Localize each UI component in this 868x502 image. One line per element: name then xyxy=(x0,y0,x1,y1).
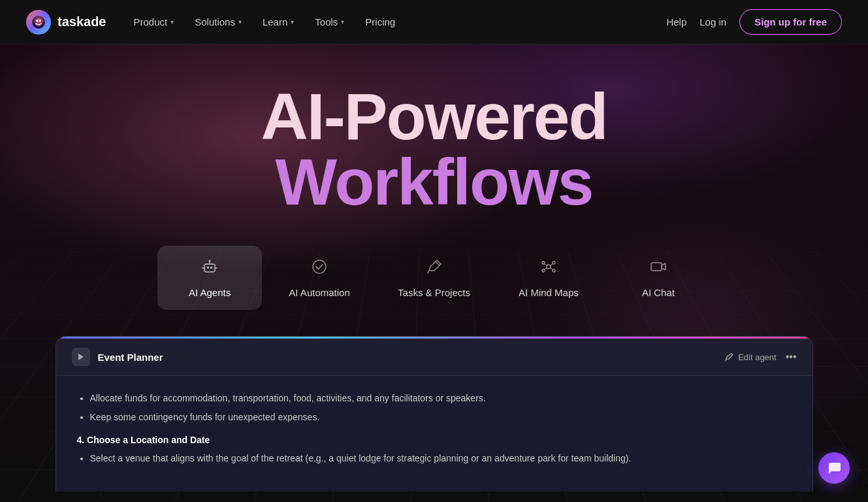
svg-line-21 xyxy=(550,268,553,270)
play-button[interactable] xyxy=(72,348,90,366)
preview-bullet-1: Allocate funds for accommodation, transp… xyxy=(90,392,792,405)
hero-content: AI-Powered Workflows AI Agents xyxy=(157,44,711,310)
svg-rect-22 xyxy=(651,263,662,271)
preview-section-heading: 4. Choose a Location and Date xyxy=(77,435,792,445)
svg-point-0 xyxy=(32,16,45,29)
nav-item-tools[interactable]: Tools ▾ xyxy=(306,11,353,33)
svg-point-15 xyxy=(553,261,555,264)
preview-title: Event Planner xyxy=(98,352,163,363)
svg-line-19 xyxy=(550,264,553,266)
preview-card: Event Planner Edit agent ••• Allocate fu… xyxy=(56,336,813,492)
robot-icon xyxy=(201,258,219,280)
tab-ai-chat[interactable]: AI Chat xyxy=(606,246,711,310)
mindmap-icon xyxy=(539,258,558,280)
tab-ai-chat-label: AI Chat xyxy=(642,287,675,298)
chevron-down-icon: ▾ xyxy=(341,18,344,25)
nav-left: taskade Product ▾ Solutions ▾ Learn ▾ To… xyxy=(26,10,404,35)
preview-content: Allocate funds for accommodation, transp… xyxy=(56,376,812,492)
tab-ai-automation[interactable]: AI Automation xyxy=(267,246,372,310)
logo-link[interactable]: taskade xyxy=(26,10,106,35)
tab-ai-mind-maps-label: AI Mind Maps xyxy=(519,287,579,298)
video-icon xyxy=(649,258,667,280)
pencil-icon xyxy=(425,258,443,280)
tab-tasks-projects[interactable]: Tasks & Projects xyxy=(377,246,491,310)
hero-title: AI-Powered Workflows xyxy=(261,84,607,214)
chevron-down-icon: ▾ xyxy=(291,18,294,25)
svg-point-16 xyxy=(542,269,545,272)
help-link[interactable]: Help xyxy=(666,16,686,27)
more-options-button[interactable]: ••• xyxy=(786,351,797,363)
svg-line-20 xyxy=(544,268,547,270)
nav-item-pricing[interactable]: Pricing xyxy=(356,11,404,33)
login-link[interactable]: Log in xyxy=(699,16,726,27)
logo-text: taskade xyxy=(57,14,106,29)
hero-title-line1: AI-Powered xyxy=(261,84,607,149)
checkmark-icon xyxy=(310,258,329,280)
chevron-down-icon: ▾ xyxy=(170,18,174,25)
preview-topbar-right: Edit agent ••• xyxy=(725,351,796,363)
svg-rect-5 xyxy=(210,267,212,269)
tab-ai-mind-maps[interactable]: AI Mind Maps xyxy=(496,246,601,310)
svg-point-13 xyxy=(547,265,551,269)
svg-rect-2 xyxy=(39,20,41,22)
hero-section: AI-Powered Workflows AI Agents xyxy=(0,44,868,502)
edit-agent-button[interactable]: Edit agent xyxy=(725,352,777,362)
feature-tabs: AI Agents AI Automation xyxy=(157,246,711,310)
tab-ai-agents[interactable]: AI Agents xyxy=(157,246,262,310)
nav-item-product[interactable]: Product ▾ xyxy=(125,11,184,33)
svg-rect-1 xyxy=(36,20,38,22)
hero-title-line2: Workflows xyxy=(261,149,607,214)
svg-rect-4 xyxy=(207,267,209,269)
svg-line-12 xyxy=(428,271,429,273)
signup-button[interactable]: Sign up for free xyxy=(739,9,842,35)
preview-section-bullet-list: Select a venue that aligns with the goal… xyxy=(77,452,792,465)
preview-bullet-2: Keep some contingency funds for unexpect… xyxy=(90,410,792,424)
svg-line-23 xyxy=(726,359,726,361)
svg-rect-3 xyxy=(204,264,215,272)
chevron-down-icon: ▾ xyxy=(238,18,242,25)
tab-ai-automation-label: AI Automation xyxy=(289,287,349,298)
preview-section-bullet: Select a venue that aligns with the goal… xyxy=(90,452,792,465)
preview-bullet-list: Allocate funds for accommodation, transp… xyxy=(77,392,792,424)
tab-ai-agents-label: AI Agents xyxy=(189,287,231,298)
svg-point-10 xyxy=(313,260,326,273)
nav-right: Help Log in Sign up for free xyxy=(666,9,842,35)
tab-tasks-projects-label: Tasks & Projects xyxy=(398,287,470,298)
logo-icon xyxy=(26,10,51,35)
svg-point-17 xyxy=(553,269,555,272)
navbar: taskade Product ▾ Solutions ▾ Learn ▾ To… xyxy=(0,0,868,44)
svg-point-7 xyxy=(209,260,211,262)
svg-point-14 xyxy=(542,261,545,264)
svg-line-18 xyxy=(544,264,547,266)
chat-bubble-button[interactable] xyxy=(818,452,850,484)
preview-topbar: Event Planner Edit agent ••• xyxy=(56,339,812,376)
preview-topbar-left: Event Planner xyxy=(72,348,163,366)
nav-item-learn[interactable]: Learn ▾ xyxy=(253,11,303,33)
nav-menu: Product ▾ Solutions ▾ Learn ▾ Tools ▾ Pr… xyxy=(125,11,405,33)
nav-item-solutions[interactable]: Solutions ▾ xyxy=(185,11,251,33)
